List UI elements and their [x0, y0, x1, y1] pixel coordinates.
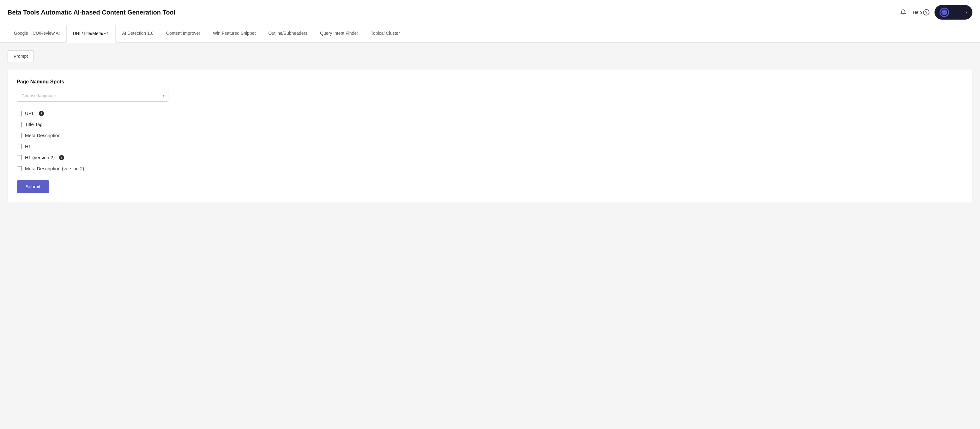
checkbox-meta-desc-v2[interactable]: Meta Description (version 2) — [17, 166, 963, 171]
bell-icon — [900, 9, 907, 16]
checkbox-h1-v2-input[interactable] — [17, 155, 22, 160]
checkbox-url-label: URL — [25, 111, 35, 116]
app-title: Beta Tools Automatic AI-based Content Ge… — [8, 9, 175, 16]
checkbox-meta-description[interactable]: Meta Description — [17, 133, 963, 138]
checkbox-url-input[interactable] — [17, 111, 22, 116]
checkbox-title-tag-input[interactable] — [17, 122, 22, 127]
notifications-button[interactable] — [899, 8, 908, 17]
sub-tab-prompt[interactable]: Prompt — [8, 50, 34, 62]
header-actions: Help ? ▾ — [899, 5, 972, 19]
checkbox-h1-input[interactable] — [17, 144, 22, 149]
checkbox-title-tag-label: Title Tag — [25, 122, 43, 127]
section-title: Page Naming Spots — [17, 79, 963, 85]
tabs-bar: Google HCU/Review AI URL/Title/Meta/H1 A… — [0, 25, 980, 43]
tab-ai-detection[interactable]: AI Detection 1.0 — [116, 25, 160, 42]
checkbox-meta-description-label: Meta Description — [25, 133, 60, 138]
tab-query-intent[interactable]: Query Intent Finder — [314, 25, 364, 42]
checkbox-meta-desc-v2-label: Meta Description (version 2) — [25, 166, 84, 171]
tab-url-title[interactable]: URL/Title/Meta/H1 — [66, 25, 116, 43]
checkbox-h1[interactable]: H1 — [17, 144, 963, 149]
checkbox-meta-description-input[interactable] — [17, 133, 22, 138]
header: Beta Tools Automatic AI-based Content Ge… — [0, 0, 980, 25]
sub-tabs: Prompt — [8, 50, 972, 62]
help-label: Help — [913, 10, 922, 15]
power-icon — [942, 10, 947, 15]
tab-topical-cluster[interactable]: Topical Cluster — [364, 25, 406, 42]
help-icon: ? — [923, 9, 929, 16]
submit-button[interactable]: Submit — [17, 180, 49, 193]
language-select[interactable]: Choose language English Spanish French G… — [17, 90, 169, 102]
tab-win-featured[interactable]: Win Featured Snippet — [207, 25, 262, 42]
checkbox-h1-v2-label: H1 (version 2) — [25, 155, 55, 160]
tab-google-hcu[interactable]: Google HCU/Review AI — [8, 25, 66, 42]
checkbox-meta-desc-v2-input[interactable] — [17, 166, 22, 171]
checkbox-h1-label: H1 — [25, 144, 31, 149]
content-card: Page Naming Spots Choose language Englis… — [8, 70, 972, 202]
checkbox-list: URL i Title Tag Meta Description H1 H1 (… — [17, 111, 963, 171]
checkbox-h1-v2[interactable]: H1 (version 2) i — [17, 155, 963, 160]
chevron-down-icon: ▾ — [966, 10, 967, 14]
checkbox-url[interactable]: URL i — [17, 111, 963, 116]
checkbox-title-tag[interactable]: Title Tag — [17, 122, 963, 127]
url-info-icon[interactable]: i — [39, 111, 44, 116]
help-button[interactable]: Help ? — [913, 9, 929, 16]
user-avatar — [940, 8, 949, 17]
language-select-wrapper: Choose language English Spanish French G… — [17, 90, 169, 102]
tab-content-improver[interactable]: Content Improver — [160, 25, 207, 42]
user-menu-button[interactable]: ▾ — [934, 5, 972, 19]
h1-v2-info-icon[interactable]: i — [59, 155, 64, 160]
main-content: Prompt Page Naming Spots Choose language… — [0, 43, 980, 429]
tab-outline-subheaders[interactable]: Outline/Subheaders — [262, 25, 314, 42]
